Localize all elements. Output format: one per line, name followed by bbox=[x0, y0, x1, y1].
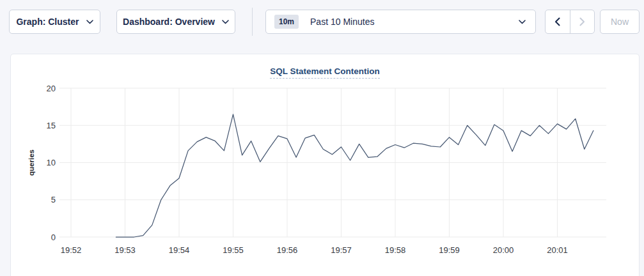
graph-dropdown-label: Graph: Cluster bbox=[16, 17, 79, 27]
graph-dropdown[interactable]: Graph: Cluster bbox=[9, 10, 100, 34]
y-tick-label: 0 bbox=[51, 233, 56, 242]
x-tick-label: 19:57 bbox=[331, 245, 352, 255]
chevron-down-icon bbox=[86, 20, 93, 24]
x-tick-label: 19:53 bbox=[114, 245, 136, 255]
x-tick-label: 19:52 bbox=[61, 245, 82, 255]
y-tick-label: 10 bbox=[47, 158, 56, 167]
time-range-label: Past 10 Minutes bbox=[310, 17, 374, 27]
toolbar: Graph: Cluster Dashboard: Overview 10m P… bbox=[0, 0, 644, 45]
x-tick-label: 20:00 bbox=[493, 245, 514, 255]
x-tick-label: 19:55 bbox=[223, 245, 244, 255]
toolbar-divider bbox=[252, 8, 253, 36]
dashboard-dropdown[interactable]: Dashboard: Overview bbox=[116, 10, 235, 34]
chart-title-row: SQL Statement Contention bbox=[11, 65, 639, 78]
time-range-dropdown[interactable]: 10m Past 10 Minutes bbox=[265, 10, 536, 34]
chart-title[interactable]: SQL Statement Contention bbox=[270, 66, 380, 79]
dashboard-dropdown-label: Dashboard: Overview bbox=[123, 17, 215, 27]
x-tick-label: 20:01 bbox=[547, 245, 568, 255]
previous-time-button[interactable] bbox=[546, 10, 570, 33]
chevron-right-icon bbox=[579, 17, 585, 26]
queries-series-line bbox=[116, 114, 593, 237]
y-tick-label: 20 bbox=[47, 84, 56, 93]
y-tick-label: 15 bbox=[47, 121, 56, 130]
now-button[interactable]: Now bbox=[600, 10, 640, 34]
chart-panel: SQL Statement Contention 0510152019:5219… bbox=[10, 54, 640, 276]
x-tick-label: 19:58 bbox=[385, 245, 406, 255]
time-step-button-group bbox=[545, 10, 595, 34]
now-button-label: Now bbox=[611, 17, 629, 27]
time-range-badge: 10m bbox=[274, 15, 299, 29]
chevron-down-icon bbox=[222, 20, 229, 24]
chevron-down-icon bbox=[519, 20, 526, 24]
x-tick-label: 19:54 bbox=[169, 245, 190, 255]
chevron-left-icon bbox=[554, 17, 560, 26]
x-tick-label: 19:56 bbox=[277, 245, 298, 255]
next-time-button[interactable] bbox=[570, 10, 595, 33]
x-tick-label: 19:59 bbox=[439, 245, 460, 255]
y-axis-title: queries bbox=[27, 150, 35, 176]
y-tick-label: 5 bbox=[51, 195, 56, 204]
sql-contention-chart[interactable]: 0510152019:5219:5319:5419:5519:5619:5719… bbox=[11, 54, 640, 276]
